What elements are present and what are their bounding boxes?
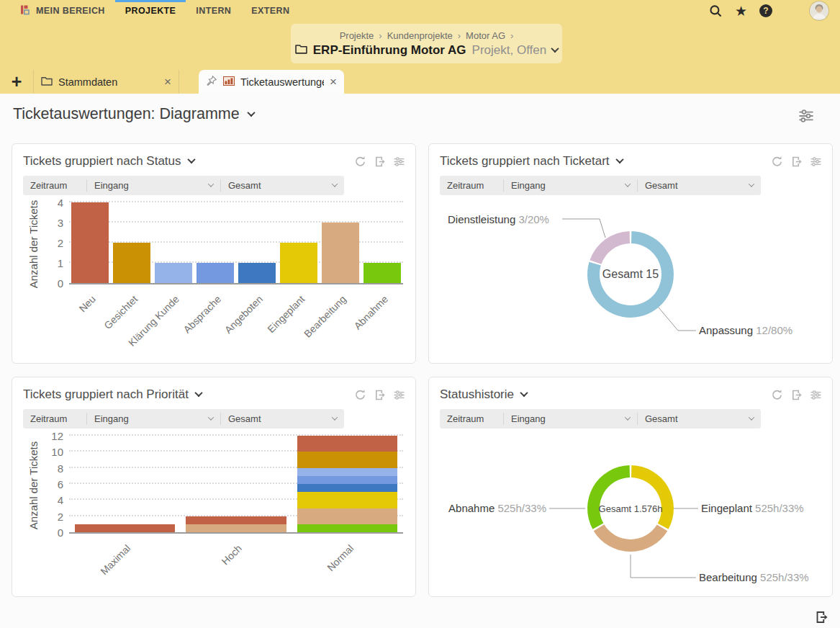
bar-segment-Abnahme[interactable] <box>297 524 397 532</box>
leader-line <box>659 308 696 331</box>
avatar[interactable] <box>810 1 828 20</box>
refresh-icon[interactable] <box>354 156 366 168</box>
donut-slice-Abnahme[interactable] <box>587 465 630 529</box>
view-settings-sliders-icon[interactable] <box>798 109 814 122</box>
y-axis-tick: 8 <box>40 462 63 473</box>
panel-title[interactable]: Tickets gruppiert nach Status <box>23 154 181 169</box>
bar-Angeboten[interactable] <box>238 263 275 283</box>
chevron-down-icon[interactable] <box>187 156 195 163</box>
search-icon[interactable] <box>709 4 723 18</box>
sliders-icon[interactable] <box>393 390 405 400</box>
sliders-icon[interactable] <box>810 390 822 400</box>
bar-segment-Bearbeitung[interactable] <box>297 508 397 524</box>
bar-segment-Angeboten[interactable] <box>297 484 397 492</box>
star-icon[interactable]: ★ <box>735 4 747 18</box>
chevron-down-icon[interactable] <box>615 156 623 163</box>
export-icon[interactable] <box>374 389 386 401</box>
sliders-icon[interactable] <box>393 157 405 166</box>
eingang-dropdown[interactable]: Eingang <box>86 179 220 192</box>
panel-statushistorie: Statushistorie Zeitraum Eingang Gesamt E… <box>428 377 833 597</box>
pin-icon[interactable] <box>206 75 217 89</box>
nav-right-icons: ★ ? <box>709 1 840 20</box>
refresh-icon[interactable] <box>354 389 366 401</box>
gesamt-dropdown[interactable]: Gesamt <box>220 179 344 192</box>
bar-Klärung Kunde[interactable] <box>155 263 191 283</box>
breadcrumb-current[interactable]: ERP-Einführung Motor AG Projekt, Offen <box>295 43 558 58</box>
nav-item-mein-bereich[interactable]: MEIN BEREICH <box>10 0 115 22</box>
bar-Bearbeitung[interactable] <box>322 223 358 283</box>
tab-stammdaten[interactable]: Stammdaten × <box>33 70 179 94</box>
export-icon[interactable] <box>374 156 386 168</box>
bar-segment-Eingeplant[interactable] <box>297 492 397 508</box>
bar-Maximal[interactable] <box>75 524 175 532</box>
chevron-down-icon <box>625 414 631 420</box>
refresh-icon[interactable] <box>771 156 783 168</box>
tab-label: Stammdaten <box>58 76 117 88</box>
bar-Absprache[interactable] <box>197 263 233 283</box>
donut-slice-Dienstleistung[interactable] <box>590 231 630 264</box>
nav-item-projekte[interactable]: PROJEKTE <box>115 0 186 22</box>
bar-segment-Neu[interactable] <box>297 436 397 452</box>
close-tab-icon[interactable]: × <box>164 76 171 88</box>
chevron-down-icon <box>749 414 754 420</box>
breadcrumb-item[interactable]: Motor AG <box>466 30 505 41</box>
nav-item-intern[interactable]: INTERN <box>186 0 241 22</box>
chevron-down-icon[interactable] <box>194 389 202 397</box>
bar-segment-Absprache[interactable] <box>297 476 397 484</box>
bar-segment-Klärung Kunde[interactable] <box>297 468 397 476</box>
y-axis-tick: 2 <box>40 511 63 521</box>
donut-center-label: Gesamt 15 <box>602 268 659 281</box>
main-content: Ticketauswertungen: Diagramme Tickets gr… <box>0 94 840 628</box>
donut-label-Bearbeitung: Bearbeitung 525h/33% <box>699 571 809 583</box>
donut-slice-Bearbeitung[interactable] <box>594 524 668 552</box>
page-title: Ticketauswertungen: Diagramme <box>13 105 240 123</box>
donut-slice-Eingeplant[interactable] <box>631 465 674 529</box>
add-tab-button[interactable]: + <box>0 70 33 94</box>
eingang-dropdown[interactable]: Eingang <box>503 413 637 425</box>
chevron-down-icon[interactable] <box>551 44 559 52</box>
y-axis-tick: 12 <box>40 431 63 441</box>
eingang-dropdown[interactable]: Eingang <box>86 413 220 425</box>
bar-slot <box>278 204 320 283</box>
help-icon[interactable]: ? <box>759 4 772 17</box>
bar-slot <box>292 437 403 532</box>
bar-slot <box>236 204 278 283</box>
menu-icon[interactable] <box>785 6 798 16</box>
y-axis-tick: 4 <box>40 495 63 506</box>
bar-segment-Bearbeitung[interactable] <box>186 524 286 532</box>
breadcrumb-item[interactable]: Kundenprojekte <box>387 30 453 41</box>
panel-title[interactable]: Statushistorie <box>440 387 514 402</box>
close-tab-icon[interactable]: × <box>330 76 337 88</box>
nav-label: INTERN <box>196 6 231 16</box>
bar-Neu[interactable] <box>71 202 108 283</box>
chevron-down-icon[interactable] <box>247 108 255 116</box>
bar-slot <box>194 204 236 283</box>
bar-segment-Gesichtet[interactable] <box>297 452 397 467</box>
tab-ticketauswertungen[interactable]: Ticketauswertunge × <box>199 70 344 94</box>
bar-Eingeplant[interactable] <box>280 243 317 283</box>
chevron-down-icon <box>208 181 214 187</box>
gesamt-dropdown[interactable]: Gesamt <box>637 179 761 192</box>
eingang-dropdown[interactable]: Eingang <box>503 179 637 192</box>
panel-title[interactable]: Tickets gruppiert nach Priorität <box>23 387 189 402</box>
bar-segment-Neu[interactable] <box>186 516 286 524</box>
sliders-icon[interactable] <box>810 157 822 166</box>
gesamt-dropdown[interactable]: Gesamt <box>220 413 344 425</box>
nav-item-extern[interactable]: EXTERN <box>241 0 299 22</box>
bar-Abnahme[interactable] <box>363 263 400 283</box>
x-axis-label: Eingeplant <box>265 293 307 335</box>
export-icon[interactable] <box>790 389 803 401</box>
y-axis-tick: 3 <box>40 217 63 228</box>
panel-title[interactable]: Tickets gruppiert nach Ticketart <box>440 154 610 169</box>
breadcrumb-item[interactable]: Projekte <box>340 30 374 41</box>
bar-segment-Neu[interactable] <box>75 524 175 532</box>
bar-Hoch[interactable] <box>186 516 286 532</box>
refresh-icon[interactable] <box>771 389 783 401</box>
export-icon[interactable] <box>790 156 803 168</box>
bar-Gesichtet[interactable] <box>113 243 150 283</box>
page-export-icon[interactable] <box>814 610 828 624</box>
gridline <box>69 201 403 202</box>
chevron-down-icon[interactable] <box>520 389 528 397</box>
gesamt-dropdown[interactable]: Gesamt <box>637 413 761 425</box>
bar-Normal[interactable] <box>297 436 397 532</box>
